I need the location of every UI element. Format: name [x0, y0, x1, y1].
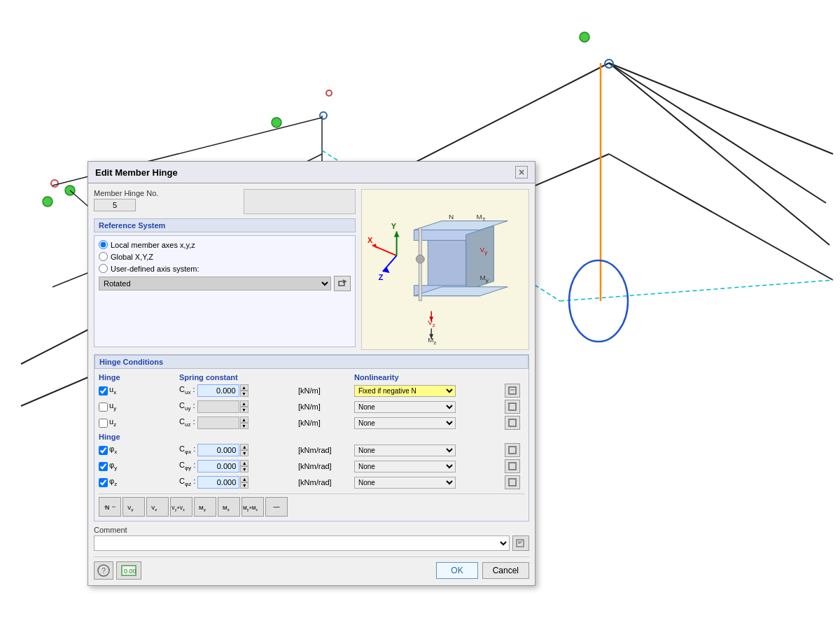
- uy-nonlin-select[interactable]: None Fixed if negative N: [354, 401, 456, 413]
- uz-checkbox[interactable]: [99, 419, 108, 428]
- phiy-spring-group: Cφy : ▲ ▼: [179, 460, 298, 472]
- phiy-spring-input[interactable]: [197, 460, 239, 472]
- edit-member-hinge-dialog: Edit Member Hinge × Member Hinge No. Ref…: [88, 161, 536, 586]
- phiy-checkbox[interactable]: [99, 462, 108, 471]
- uz-nonlin-btn[interactable]: [505, 416, 520, 430]
- reference-system-header: Reference System: [94, 218, 356, 232]
- uz-checkbox-label[interactable]: uz: [99, 417, 179, 428]
- uy-spinner-btns: ▲ ▼: [240, 400, 248, 413]
- radio-user-label: User-defined axis system:: [111, 265, 200, 273]
- phiz-spring-input[interactable]: [197, 476, 239, 489]
- uz-unit: [kN/m]: [298, 419, 354, 427]
- ux-unit: [kN/m]: [298, 386, 354, 395]
- toolbar-btn-MyMz[interactable]: My+Mz: [241, 497, 264, 517]
- phix-spinner-down[interactable]: ▼: [240, 450, 248, 456]
- comment-icon-btn[interactable]: [512, 536, 529, 551]
- footer-left-buttons: ? 0.00: [94, 561, 141, 580]
- ok-button[interactable]: OK: [436, 562, 477, 579]
- phiy-checkbox-label[interactable]: φy: [99, 461, 179, 471]
- phiy-nonlin-btn[interactable]: [505, 459, 520, 473]
- phix-checkbox[interactable]: [99, 446, 108, 455]
- Mz-icon: Mz: [222, 500, 236, 514]
- hinge-row-uy: uy Cuy : ▲ ▼ [kN/m] None Fixed if neg: [99, 400, 524, 414]
- ux-spring-input[interactable]: [197, 384, 239, 397]
- radio-user-defined[interactable]: User-defined axis system:: [99, 264, 351, 273]
- ux-spinner-down[interactable]: ▼: [240, 391, 248, 397]
- toolbar-btn-N[interactable]: N: [99, 497, 121, 517]
- comment-input[interactable]: [94, 536, 510, 551]
- ux-checkbox-label[interactable]: ux: [99, 385, 179, 396]
- uz-nonlin-select[interactable]: None Fixed if negative N: [354, 417, 456, 429]
- cphiy-label: Cφy :: [179, 461, 195, 471]
- toolbar-btn-dash[interactable]: —: [265, 497, 288, 517]
- preview-svg: X Y Z N MT Vy My Vz: [362, 190, 528, 349]
- phix-checkbox-label[interactable]: φx: [99, 444, 179, 455]
- N-icon: N: [103, 500, 117, 514]
- svg-line-5: [609, 154, 833, 280]
- svg-text:N: N: [449, 213, 454, 220]
- comment-label: Comment: [94, 526, 529, 534]
- cphix-label: Cφx :: [179, 444, 195, 455]
- hinge-row-phiy: φy Cφy : ▲ ▼ [kNm/rad] None Fixed if: [99, 459, 524, 473]
- radio-global-label: Global X,Y,Z: [111, 253, 153, 261]
- toolbar-btn-VyVz[interactable]: Vy+Vz: [170, 497, 192, 517]
- uy-spinner-up[interactable]: ▲: [240, 400, 248, 407]
- rotated-icon-btn[interactable]: [334, 276, 351, 291]
- member-hinge-no-input[interactable]: [94, 199, 136, 211]
- uy-spinner-down[interactable]: ▼: [240, 407, 248, 413]
- radio-global-input[interactable]: [99, 252, 108, 261]
- Vy-icon: Vy: [127, 500, 141, 514]
- toolbar-btn-Mz[interactable]: Mz: [218, 497, 240, 517]
- left-panel: Member Hinge No. Reference System Local …: [94, 189, 356, 350]
- uz-spring-group: Cuz : ▲ ▼: [179, 416, 298, 429]
- ux-label: ux: [109, 385, 116, 396]
- toolbar-btn-Vz[interactable]: Vz: [146, 497, 169, 517]
- phiz-nonlin-select[interactable]: None Fixed if negative N: [354, 477, 456, 489]
- ux-nonlin-btn[interactable]: [505, 384, 520, 398]
- phiz-spinner-up[interactable]: ▲: [240, 476, 248, 482]
- cancel-button[interactable]: Cancel: [482, 562, 529, 579]
- help-button[interactable]: ?: [94, 561, 113, 580]
- uz-spinner-up[interactable]: ▲: [240, 416, 248, 423]
- phix-nonlin-select[interactable]: None Fixed if negative N: [354, 444, 456, 456]
- Vz-icon: Vz: [150, 500, 164, 514]
- uy-checkbox[interactable]: [99, 402, 108, 412]
- settings-icon: [508, 419, 517, 427]
- phiz-checkbox-label[interactable]: φz: [99, 477, 179, 487]
- ux-spinner-up[interactable]: ▲: [240, 384, 248, 391]
- phiy-nonlin-select[interactable]: None Fixed if negative N: [354, 461, 456, 472]
- phix-spinner-up[interactable]: ▲: [240, 444, 248, 450]
- toolbar-btn-My[interactable]: My: [194, 497, 216, 517]
- phiy-spinner-up[interactable]: ▲: [240, 460, 248, 466]
- toolbar-btn-Vy[interactable]: Vy: [122, 497, 145, 517]
- svg-point-19: [326, 90, 332, 96]
- uy-checkbox-label[interactable]: uy: [99, 401, 179, 412]
- ux-nonlin-select[interactable]: Fixed if negative N None: [354, 385, 456, 397]
- uz-spinner-down[interactable]: ▼: [240, 423, 248, 429]
- close-button[interactable]: ×: [515, 166, 528, 178]
- VyVz-icon: Vy+Vz: [171, 500, 192, 514]
- uz-label: uz: [109, 417, 116, 428]
- radio-global-axes[interactable]: Global X,Y,Z: [99, 252, 351, 261]
- svg-text:0.00: 0.00: [124, 568, 136, 575]
- uy-nonlin-btn[interactable]: [505, 400, 520, 414]
- rotated-dropdown[interactable]: Rotated None: [99, 276, 331, 290]
- phiy-spinner-down[interactable]: ▼: [240, 466, 248, 472]
- hinge-toolbar: N Vy Vz Vy+Vz My Mz My+Mz: [99, 493, 524, 517]
- phiz-nonlin-btn[interactable]: [505, 475, 520, 489]
- cphiz-label: Cφz :: [179, 477, 195, 487]
- phiy-spinner-btns: ▲ ▼: [240, 460, 248, 472]
- phiz-spring-group: Cφz : ▲ ▼: [179, 476, 298, 489]
- phiz-spinner-down[interactable]: ▼: [240, 482, 248, 489]
- phiz-checkbox[interactable]: [99, 478, 108, 487]
- calc-button[interactable]: 0.00: [116, 561, 141, 580]
- uy-unit: [kN/m]: [298, 402, 354, 411]
- phix-spring-input[interactable]: [197, 444, 239, 456]
- radio-local-axes[interactable]: Local member axes x,y,z: [99, 240, 351, 249]
- col-header-action: [505, 373, 524, 382]
- radio-user-input[interactable]: [99, 264, 108, 273]
- phix-nonlin-btn[interactable]: [505, 443, 520, 457]
- svg-point-12: [580, 32, 589, 42]
- ux-checkbox[interactable]: [99, 386, 108, 396]
- radio-local-input[interactable]: [99, 240, 108, 249]
